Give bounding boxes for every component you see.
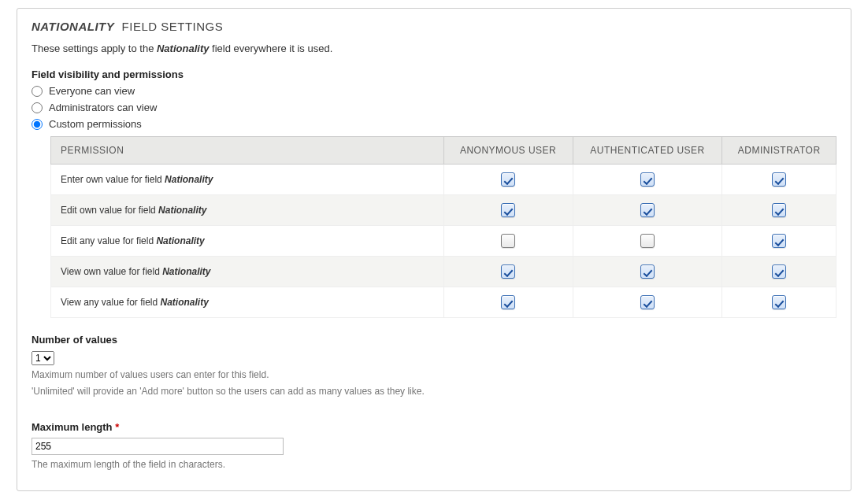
radio-label: Custom permissions	[49, 118, 142, 130]
permission-cell	[722, 226, 836, 257]
number-of-values-help-2: 'Unlimited' will provide an 'Add more' b…	[32, 385, 836, 398]
table-row: Edit own value for field Nationality	[51, 195, 836, 226]
permission-label: Edit own value for field Nationality	[51, 195, 444, 226]
checkbox-auth[interactable]	[640, 264, 655, 279]
col-authenticated: AUTHENTICATED USER	[573, 137, 722, 165]
table-header-row: PERMISSION ANONYMOUS USER AUTHENTICATED …	[51, 137, 836, 165]
permission-cell	[443, 257, 573, 287]
radio-everyone-input[interactable]	[32, 86, 43, 97]
permission-cell	[573, 287, 722, 318]
radio-everyone-can-view[interactable]: Everyone can view	[32, 85, 836, 97]
panel-title: NATIONALITY FIELD SETTINGS	[32, 20, 836, 33]
permission-cell	[722, 287, 836, 318]
col-administrator: ADMINISTRATOR	[722, 137, 836, 165]
maximum-length-block: Maximum length * The maximum length of t…	[32, 421, 836, 472]
checkbox-admin[interactable]	[772, 295, 786, 309]
checkbox-admin[interactable]	[772, 234, 786, 248]
permission-cell	[443, 226, 573, 257]
radio-administrators-can-view[interactable]: Administrators can view	[32, 102, 836, 113]
table-row: View any value for field Nationality	[51, 287, 836, 318]
checkbox-anon[interactable]	[501, 203, 515, 217]
radio-custom-permissions[interactable]: Custom permissions	[32, 118, 836, 130]
permission-cell	[573, 226, 722, 257]
checkbox-auth[interactable]	[640, 234, 655, 248]
permission-label: View own value for field Nationality	[51, 257, 444, 287]
checkbox-admin[interactable]	[772, 203, 786, 217]
checkbox-auth[interactable]	[640, 203, 655, 217]
permission-cell	[722, 257, 836, 287]
maximum-length-input[interactable]	[32, 438, 284, 455]
number-of-values-help-1: Maximum number of values users can enter…	[32, 368, 836, 382]
table-row: Enter own value for field Nationality	[51, 165, 836, 195]
checkbox-auth[interactable]	[640, 172, 655, 187]
field-settings-panel: NATIONALITY FIELD SETTINGS These setting…	[17, 8, 851, 491]
radio-admins-input[interactable]	[32, 102, 43, 113]
panel-title-suffix: FIELD SETTINGS	[122, 20, 224, 33]
col-anonymous: ANONYMOUS USER	[443, 137, 573, 165]
permission-cell	[443, 287, 573, 318]
required-mark: *	[115, 421, 119, 433]
permission-cell	[573, 257, 722, 287]
number-of-values-select[interactable]: 1	[32, 351, 54, 365]
permission-cell	[443, 165, 573, 195]
checkbox-admin[interactable]	[772, 172, 786, 187]
radio-label: Everyone can view	[49, 85, 135, 97]
visibility-heading: Field visibility and permissions	[32, 68, 836, 80]
number-of-values-block: Number of values 1 Maximum number of val…	[32, 334, 836, 399]
radio-label: Administrators can view	[49, 102, 157, 113]
table-row: Edit any value for field Nationality	[51, 226, 836, 257]
permission-cell	[443, 195, 573, 226]
radio-custom-input[interactable]	[32, 119, 43, 130]
panel-title-field: NATIONALITY	[32, 20, 114, 33]
checkbox-auth[interactable]	[640, 295, 655, 309]
permission-cell	[573, 165, 722, 195]
checkbox-admin[interactable]	[772, 264, 786, 279]
permission-label: Edit any value for field Nationality	[51, 226, 444, 257]
maximum-length-help: The maximum length of the field in chara…	[32, 458, 836, 472]
number-of-values-heading: Number of values	[32, 334, 836, 346]
permissions-table: PERMISSION ANONYMOUS USER AUTHENTICATED …	[50, 136, 836, 318]
checkbox-anon[interactable]	[501, 295, 515, 309]
col-permission: PERMISSION	[51, 137, 444, 165]
permissions-table-wrap: PERMISSION ANONYMOUS USER AUTHENTICATED …	[50, 136, 836, 318]
permission-label: View any value for field Nationality	[51, 287, 444, 318]
checkbox-anon[interactable]	[501, 172, 515, 187]
table-row: View own value for field Nationality	[51, 257, 836, 287]
checkbox-anon[interactable]	[501, 234, 515, 248]
permission-cell	[722, 195, 836, 226]
permission-cell	[573, 195, 722, 226]
permission-label: Enter own value for field Nationality	[51, 165, 444, 195]
permission-cell	[722, 165, 836, 195]
checkbox-anon[interactable]	[501, 264, 515, 279]
maximum-length-heading: Maximum length *	[32, 421, 836, 433]
intro-text: These settings apply to the Nationality …	[32, 43, 836, 54]
